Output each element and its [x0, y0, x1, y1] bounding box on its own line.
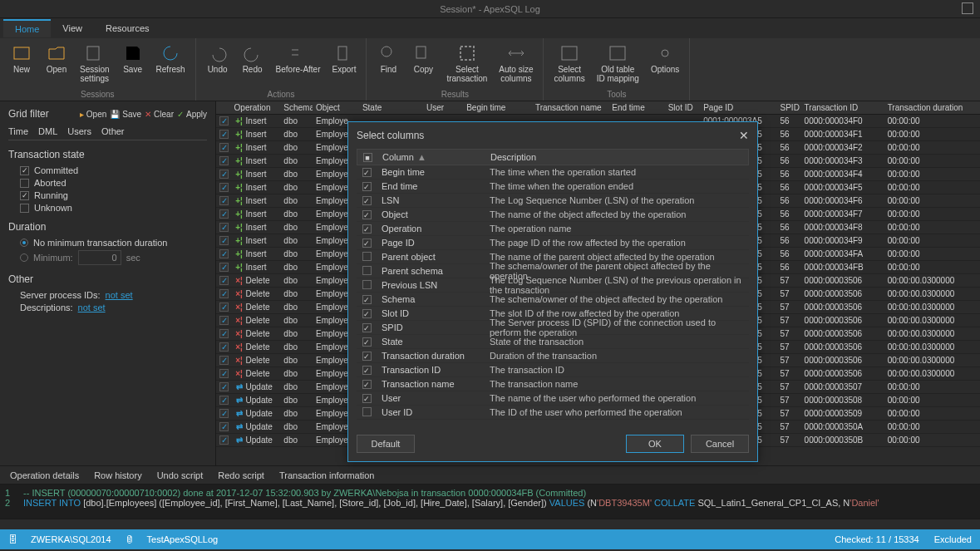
open-label: Open: [47, 65, 66, 74]
menu-tab-view[interactable]: View: [51, 20, 94, 37]
modal-row[interactable]: ✓Transaction nameThe transaction name: [357, 377, 749, 391]
options-label: Options: [651, 65, 679, 74]
modal-desc-header[interactable]: Description: [485, 152, 748, 162]
copy-icon: [413, 43, 433, 63]
ts-aborted-checkbox[interactable]: Aborted: [20, 178, 207, 188]
ribbon-group-label: Tools: [550, 88, 682, 99]
session-settings-icon: [85, 43, 105, 63]
redo-button[interactable]: Redo: [238, 42, 268, 88]
default-button[interactable]: Default: [357, 435, 415, 453]
redo-icon: [243, 43, 263, 63]
open-button[interactable]: Open: [42, 42, 71, 88]
svg-rect-6: [338, 47, 347, 60]
gf-apply-button[interactable]: ✓Apply: [177, 110, 207, 119]
modal-row[interactable]: ✓SchemaThe schema/owner of the object af…: [357, 293, 749, 307]
modal-row[interactable]: ✓UserThe name of the user who performed …: [357, 391, 749, 406]
session-settings-label: Session settings: [80, 65, 110, 83]
min-spinner[interactable]: [78, 250, 121, 265]
select-columns-button[interactable]: Select columns: [550, 42, 588, 88]
modal-row[interactable]: Previous LSNThe Log Sequence Number (LSN…: [357, 278, 749, 293]
modal-row[interactable]: ✓End timeThe time when the operation end…: [357, 180, 749, 194]
gf-save-button[interactable]: 💾Save: [110, 110, 141, 119]
ok-button[interactable]: OK: [626, 435, 684, 453]
grid-header[interactable]: SPID: [777, 103, 801, 112]
options-button[interactable]: Options: [648, 42, 682, 88]
export-button[interactable]: Export: [329, 42, 360, 88]
modal-row[interactable]: ✓SPIDThe Server process ID (SPID) of the…: [357, 321, 749, 335]
grid-header[interactable]: Begin time: [463, 103, 532, 112]
grid-header[interactable]: Transaction name: [532, 103, 608, 112]
modal-column-header[interactable]: Column▲: [377, 152, 485, 162]
grid-header[interactable]: Operation: [231, 103, 281, 112]
menu-tab-home[interactable]: Home: [3, 19, 51, 37]
modal-row[interactable]: ✓Page IDThe page ID of the row affected …: [357, 236, 749, 250]
ribbon-group-label: Results: [373, 88, 536, 99]
gf-tab-dml[interactable]: DML: [38, 126, 57, 136]
gf-tab-other[interactable]: Other: [101, 126, 125, 136]
ts-committed-checkbox[interactable]: ✓Committed: [20, 165, 207, 175]
ts-unknown-checkbox[interactable]: Unknown: [20, 203, 207, 213]
find-icon: [378, 43, 398, 63]
gf-open-button[interactable]: ▸Open: [80, 110, 106, 119]
grid-header[interactable]: Schema: [280, 103, 313, 112]
grid-header[interactable]: User: [423, 103, 463, 112]
auto-size-button[interactable]: Auto size columns: [495, 42, 536, 88]
copy-label: Copy: [414, 65, 433, 74]
old-table-id-icon: [608, 43, 628, 63]
bottom-tab-row-history[interactable]: Row history: [94, 470, 141, 480]
svg-point-13: [662, 50, 668, 57]
min-radio[interactable]: Minimum: sec: [20, 250, 207, 265]
undo-button[interactable]: Undo: [203, 42, 233, 88]
select-transaction-label: Select transaction: [446, 65, 487, 83]
maximize-icon[interactable]: [962, 2, 973, 14]
undo-icon: [208, 43, 228, 63]
gf-tab-users[interactable]: Users: [67, 126, 91, 136]
svg-rect-2: [87, 47, 99, 60]
bottom-tab-redo-script[interactable]: Redo script: [218, 470, 264, 480]
session-settings-button[interactable]: Session settings: [76, 42, 113, 88]
modal-checkall[interactable]: ■: [357, 152, 377, 163]
modal-row[interactable]: ✓LSNThe Log Sequence Number (LSN) of the…: [357, 194, 749, 208]
before-after-label: Before-After: [276, 65, 321, 74]
modal-row[interactable]: ✓StateState of the transaction: [357, 335, 749, 349]
grid-header[interactable]: Page ID: [700, 103, 776, 112]
horizontal-scrollbar[interactable]: [0, 519, 980, 529]
grid-header[interactable]: Object: [313, 103, 359, 112]
spid-link[interactable]: not set: [106, 290, 133, 300]
ts-running-checkbox[interactable]: ✓Running: [20, 190, 207, 200]
refresh-button[interactable]: Refresh: [153, 42, 189, 88]
menu-tab-resources[interactable]: Resources: [94, 20, 161, 37]
modal-row[interactable]: User IDThe ID of the user who performed …: [357, 406, 749, 420]
script-line-2: INSERT INTO [dbo].[Employees] ([Employee…: [23, 498, 879, 508]
modal-row[interactable]: ✓Begin timeThe time when the operation s…: [357, 165, 749, 180]
copy-button[interactable]: Copy: [408, 42, 438, 88]
status-server: ZWERKA\SQL2014: [31, 534, 111, 544]
grid-header[interactable]: Slot ID: [665, 103, 701, 112]
modal-row[interactable]: ✓OperationThe operation name: [357, 222, 749, 236]
new-button[interactable]: New: [7, 42, 37, 88]
no-min-radio[interactable]: No minimum transaction duration: [20, 238, 207, 248]
refresh-icon: [160, 43, 180, 63]
cancel-button[interactable]: Cancel: [691, 435, 749, 453]
find-button[interactable]: Find: [373, 42, 403, 88]
bottom-tab-transaction-information[interactable]: Transaction information: [279, 470, 375, 480]
save-button[interactable]: Save: [118, 42, 148, 88]
status-server-icon: 🗄: [8, 534, 17, 544]
old-table-id-button[interactable]: Old table ID mapping: [593, 42, 643, 88]
grid-header[interactable]: End time: [608, 103, 664, 112]
gf-clear-button[interactable]: ✕Clear: [145, 110, 174, 119]
modal-row[interactable]: ✓ObjectThe name of the object affected b…: [357, 208, 749, 222]
before-after-button[interactable]: Before-After: [273, 42, 324, 88]
close-icon[interactable]: ✕: [739, 129, 749, 142]
gf-tab-time[interactable]: Time: [8, 126, 28, 136]
bottom-tab-operation-details[interactable]: Operation details: [10, 470, 79, 480]
save-icon: [123, 43, 143, 63]
bottom-tab-undo-script[interactable]: Undo script: [157, 470, 204, 480]
select-transaction-button[interactable]: Select transaction: [443, 42, 490, 88]
desc-link[interactable]: not set: [78, 303, 106, 312]
grid-header[interactable]: Transaction ID: [801, 103, 884, 112]
grid-header[interactable]: State: [359, 103, 423, 112]
modal-row[interactable]: ✓Transaction durationDuration of the tra…: [357, 349, 749, 363]
modal-row[interactable]: ✓Transaction IDThe transaction ID: [357, 363, 749, 377]
grid-header[interactable]: Transaction duration: [884, 103, 980, 112]
